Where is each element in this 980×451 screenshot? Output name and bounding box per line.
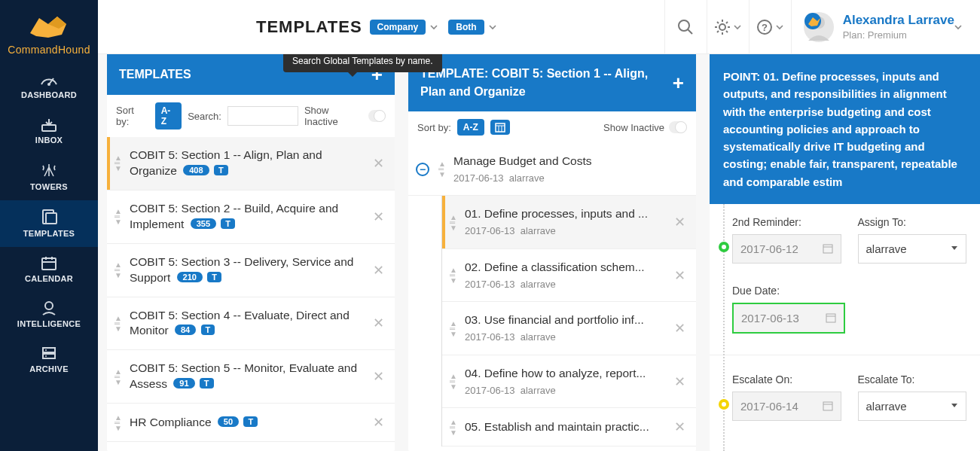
nav-dashboard[interactable]: DASHBOARD <box>0 63 98 108</box>
svg-line-26 <box>726 22 728 23</box>
svg-rect-13 <box>43 354 55 358</box>
chevron-down-icon[interactable] <box>489 23 496 31</box>
templates-icon <box>39 208 59 226</box>
group-row[interactable]: − ▲═▼ Manage Budget and Costs 2017-06-13… <box>408 143 696 196</box>
type-badge: T <box>201 325 215 335</box>
template-title: HR Compliance <box>130 416 212 428</box>
point-row[interactable]: ▲═▼01. Define processes, inputs and ...2… <box>442 196 696 248</box>
template-row[interactable]: ▲═▼COBIT 5: Section 4 -- Evaluate, Direc… <box>107 297 395 351</box>
template-row[interactable]: ▲═▼HR Compliance 50 T✕ <box>107 404 395 442</box>
remove-row-button[interactable]: ✕ <box>671 267 688 284</box>
search-icon <box>677 19 694 35</box>
show-inactive-label: Show Inactive <box>603 122 664 133</box>
page-title: TEMPLATES <box>256 17 362 37</box>
nav-intelligence[interactable]: INTELLIGENCE <box>0 292 98 337</box>
drag-handle[interactable]: ▲═▼ <box>113 369 124 385</box>
remove-row-button[interactable]: ✕ <box>370 368 387 385</box>
user-plan: Plan: Premium <box>843 29 907 41</box>
svg-point-3 <box>47 83 50 86</box>
drag-handle[interactable]: ▲═▼ <box>448 321 459 337</box>
show-inactive-toggle[interactable] <box>368 110 386 122</box>
point-title: 04. Define how to analyze, report... <box>465 366 665 382</box>
type-badge: T <box>221 218 235 229</box>
template-row[interactable]: ▲═▼COBIT 5: Section 3 -- Delivery, Servi… <box>107 244 395 297</box>
view-pill[interactable]: Both <box>448 20 484 35</box>
gear-icon <box>714 19 731 35</box>
timeline-line <box>723 204 725 451</box>
template-search-input[interactable] <box>227 106 298 126</box>
caret-down-icon <box>951 403 958 409</box>
calendar-icon <box>823 401 833 411</box>
search-label: Search: <box>188 111 221 122</box>
remove-row-button[interactable]: ✕ <box>671 419 688 435</box>
remove-row-button[interactable]: ✕ <box>370 414 387 431</box>
drag-handle[interactable]: ▲═▼ <box>448 267 459 283</box>
svg-rect-12 <box>43 348 55 352</box>
remove-row-button[interactable]: ✕ <box>370 155 387 172</box>
divider <box>710 355 980 355</box>
collapse-icon[interactable]: − <box>416 163 429 176</box>
drag-handle[interactable]: ▲═▼ <box>113 209 124 224</box>
drag-handle[interactable]: ▲═▼ <box>113 315 124 331</box>
search-tooltip: Search Global Templates by name. <box>283 54 442 72</box>
drag-handle[interactable]: ▲═▼ <box>113 262 124 278</box>
remove-row-button[interactable]: ✕ <box>370 209 387 225</box>
point-row[interactable]: ▲═▼03. Use financial and portfolio inf..… <box>442 302 696 355</box>
escalate-to-label: Escalate To: <box>858 373 967 385</box>
assign-to-select[interactable]: alarrave <box>858 234 967 264</box>
chevron-down-icon[interactable] <box>430 23 438 31</box>
remove-row-button[interactable]: ✕ <box>671 373 688 390</box>
reminder2-date-input[interactable]: 2017-06-12 <box>732 234 841 264</box>
remove-row-button[interactable]: ✕ <box>370 315 387 331</box>
escalate-on-input[interactable]: 2017-06-14 <box>732 392 841 421</box>
templates-filters: Sort by: A-Z Search: Show Inactive <box>107 95 395 137</box>
caret-down-icon <box>951 245 958 251</box>
point-row[interactable]: ▲═▼02. Define a classification schem...2… <box>442 249 696 302</box>
drag-handle[interactable]: ▲═▼ <box>437 161 447 177</box>
user-name: Alexandra Larrave <box>843 13 954 28</box>
point-row[interactable]: ▲═▼05. Establish and maintain practic...… <box>442 408 696 446</box>
point-row[interactable]: ▲═▼04. Define how to analyze, report...2… <box>442 355 696 408</box>
nav-templates[interactable]: TEMPLATES <box>0 200 98 247</box>
remove-row-button[interactable]: ✕ <box>671 214 688 230</box>
intelligence-icon <box>40 300 58 316</box>
sort-date-button[interactable] <box>490 120 510 135</box>
template-row[interactable]: ▲═▼COBIT 5: Section 5 -- Monitor, Evalua… <box>107 350 395 404</box>
user-menu[interactable]: Alexandra Larrave Plan: Premium <box>791 0 972 53</box>
nav-calendar[interactable]: CALENDAR <box>0 247 98 292</box>
template-row[interactable]: ▲═▼COBIT 5: Section 2 -- Build, Acquire … <box>107 190 395 244</box>
nav-archive[interactable]: ARCHIVE <box>0 337 98 382</box>
remove-row-button[interactable]: ✕ <box>671 320 688 337</box>
sort-az-button[interactable]: A-Z <box>155 102 182 130</box>
nav-inbox[interactable]: INBOX <box>0 108 98 154</box>
settings-button[interactable] <box>707 0 749 53</box>
add-point-button[interactable]: + <box>673 73 684 93</box>
drag-handle[interactable]: ▲═▼ <box>448 373 459 389</box>
hound-logo-icon <box>26 11 72 41</box>
remove-row-button[interactable]: ✕ <box>370 262 387 279</box>
calendar-icon <box>40 254 58 271</box>
svg-point-18 <box>719 24 725 30</box>
scope-pill[interactable]: Company <box>370 20 426 35</box>
nav-towers[interactable]: TOWERS <box>0 154 98 200</box>
template-row[interactable]: ▲═▼COBIT 5: Section 1 -- Align, Plan and… <box>107 137 395 190</box>
svg-line-17 <box>688 29 692 34</box>
svg-point-11 <box>45 302 53 309</box>
search-button[interactable] <box>664 0 707 53</box>
drag-handle[interactable]: ▲═▼ <box>448 419 459 435</box>
detail-filters: Sort by: A-Z Show Inactive <box>408 111 696 143</box>
drag-handle[interactable]: ▲═▼ <box>448 215 459 230</box>
brand-logo[interactable]: CommandHound <box>2 0 96 63</box>
svg-rect-6 <box>46 213 56 224</box>
sort-az-button[interactable]: A-Z <box>457 119 484 136</box>
help-button[interactable]: ? <box>749 0 791 53</box>
show-inactive-toggle[interactable] <box>669 121 687 133</box>
svg-point-15 <box>45 355 47 357</box>
drag-handle[interactable]: ▲═▼ <box>113 415 124 431</box>
avatar-icon <box>802 11 835 44</box>
drag-handle[interactable]: ▲═▼ <box>113 155 124 171</box>
escalate-to-select[interactable]: alarrave <box>858 392 967 421</box>
template-title: COBIT 5: Section 3 -- Delivery, Service … <box>130 255 353 284</box>
calendar-icon <box>823 243 833 254</box>
due-date-input[interactable]: 2017-06-13 <box>732 303 845 334</box>
